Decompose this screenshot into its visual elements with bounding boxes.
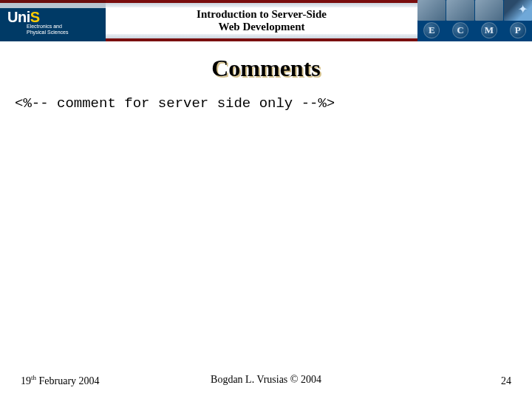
logo-prefix: Uni bbox=[7, 9, 30, 25]
course-title: Introduction to Server-Side Web Developm… bbox=[197, 8, 327, 33]
footer-page-number: 24 bbox=[501, 375, 511, 387]
badge-letter: E bbox=[423, 22, 440, 38]
department-line2: Physical Sciences bbox=[27, 30, 68, 35]
slide-body: <%-- comment for server side only --%> bbox=[0, 82, 532, 112]
footer-date-rest: February 2004 bbox=[36, 375, 100, 386]
photo-thumb bbox=[475, 0, 503, 21]
slide-footer: 19th February 2004 Bogdan L. Vrusias © 2… bbox=[0, 374, 532, 387]
badge-letters: E C M P bbox=[417, 22, 532, 38]
course-title-line1: Introduction to Server-Side bbox=[197, 8, 327, 21]
footer-date: 19th February 2004 bbox=[21, 374, 100, 387]
photo-thumb bbox=[417, 0, 446, 21]
course-title-line2: Web Development bbox=[197, 21, 327, 33]
badge-letter: M bbox=[481, 22, 497, 38]
photo-thumb bbox=[446, 0, 474, 21]
slide-header: UniS Electronics and Physical Sciences I… bbox=[0, 0, 532, 41]
code-example: <%-- comment for server side only --%> bbox=[15, 95, 517, 112]
header-title-area: Introduction to Server-Side Web Developm… bbox=[106, 0, 417, 41]
photo-thumb: ✦ bbox=[504, 0, 532, 21]
department-label: Electronics and Physical Sciences bbox=[27, 24, 68, 35]
footer-date-day: 19 bbox=[21, 375, 31, 386]
badge-letter: C bbox=[452, 22, 468, 38]
logo-suffix: S bbox=[30, 9, 40, 25]
header-photos: ✦ bbox=[417, 0, 532, 21]
footer-author: Bogdan L. Vrusias © 2004 bbox=[211, 374, 321, 386]
university-logo-block: UniS Electronics and Physical Sciences bbox=[0, 0, 106, 41]
department-line1: Electronics and bbox=[27, 24, 68, 30]
footer-date-ordinal: th bbox=[31, 374, 36, 381]
header-photo-strip: ✦ E C M P bbox=[417, 0, 532, 41]
badge-letter: P bbox=[510, 22, 526, 38]
slide-title: Comments bbox=[0, 55, 532, 82]
dolphin-icon: ✦ bbox=[518, 2, 528, 16]
